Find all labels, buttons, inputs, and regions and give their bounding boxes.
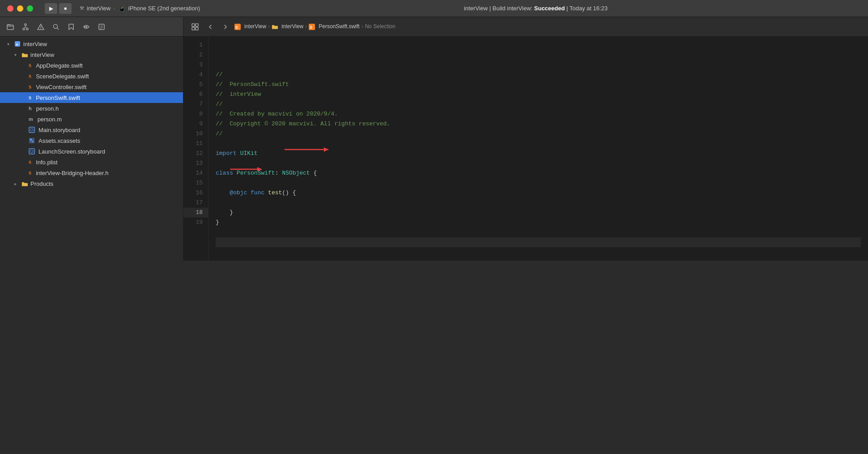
forward-nav-icon[interactable] bbox=[219, 21, 232, 33]
code-line[interactable]: // PersonSwift.swift bbox=[216, 80, 861, 90]
tree-item-bridging-header[interactable]: ▸ S interView-Bridging-Header.h bbox=[0, 167, 183, 178]
breadcrumb-folder[interactable]: interView bbox=[281, 23, 303, 30]
file-item-label-selected: PersonSwift.swift bbox=[36, 94, 80, 101]
source-control-icon[interactable] bbox=[19, 20, 32, 34]
navigator-toolbar bbox=[0, 17, 183, 37]
root-item-label: interView bbox=[23, 41, 47, 47]
editor-area: S interView › interView › S PersonSwift.… bbox=[183, 17, 868, 261]
chevron-down-icon: ▾ bbox=[14, 52, 20, 57]
svg-rect-0 bbox=[7, 25, 13, 30]
swift-file-icon: S bbox=[29, 84, 31, 90]
tree-item-mainstoryboard[interactable]: ▸ Main.storyboard bbox=[0, 124, 183, 135]
titlebar: ▶ ■ ⚒ interView › 📱 iPhone SE (2nd gener… bbox=[0, 0, 868, 17]
svg-rect-19 bbox=[32, 141, 34, 142]
code-line[interactable]: import UIKit bbox=[216, 149, 861, 158]
code-token: UIKit bbox=[240, 149, 258, 158]
line-number: 14 bbox=[183, 168, 208, 178]
status-prefix: interView | Build interView: bbox=[464, 5, 534, 12]
status-suffix: | Today at 16:23 bbox=[565, 5, 608, 12]
code-line[interactable] bbox=[216, 198, 861, 208]
line-number: 1 bbox=[183, 40, 208, 50]
close-button[interactable] bbox=[7, 5, 13, 12]
tree-item-root[interactable]: ▾ A interView bbox=[0, 39, 183, 49]
run-button[interactable]: ▶ bbox=[45, 3, 57, 14]
breadcrumb-selection[interactable]: No Selection bbox=[365, 23, 396, 30]
breadcrumb-file[interactable]: PersonSwift.swift bbox=[319, 23, 359, 30]
folder-navigator-icon[interactable] bbox=[4, 20, 17, 34]
code-line[interactable] bbox=[216, 247, 861, 257]
file-item-label: interView-Bridging-Header.h bbox=[36, 170, 108, 176]
breadcrumb-project[interactable]: interView bbox=[244, 23, 266, 30]
tree-item-assets[interactable]: ▸ Assets.xcassets bbox=[0, 135, 183, 146]
code-token: // Copyright © 2020 macvivi. All rights … bbox=[216, 119, 390, 129]
line-number: 15 bbox=[183, 178, 208, 188]
sidebar: ▾ A interView ▾ interView ▸ bbox=[0, 17, 183, 261]
code-line[interactable] bbox=[216, 237, 861, 247]
code-line[interactable]: } bbox=[216, 208, 861, 218]
plist-file-icon: S bbox=[29, 159, 31, 165]
code-line[interactable]: // bbox=[216, 70, 861, 80]
code-token: : bbox=[275, 168, 282, 178]
code-line[interactable]: } bbox=[216, 218, 861, 227]
grid-view-icon[interactable] bbox=[189, 21, 201, 33]
code-line[interactable]: class PersonSwift: NSObject { bbox=[216, 168, 861, 178]
tree-item-launchscreen[interactable]: ▸ LaunchScreen.storyboard bbox=[0, 146, 183, 157]
line-number: 4 bbox=[183, 70, 208, 80]
line-number: 16 bbox=[183, 188, 208, 198]
line-number: 7 bbox=[183, 99, 208, 109]
breakpoint-icon[interactable] bbox=[80, 20, 93, 34]
tree-item-scenedelegate[interactable]: ▸ S SceneDelegate.swift bbox=[0, 71, 183, 81]
bookmark-icon[interactable] bbox=[64, 20, 78, 34]
back-nav-icon[interactable] bbox=[204, 21, 217, 33]
line-number: 17 bbox=[183, 198, 208, 208]
svg-rect-20 bbox=[29, 149, 34, 154]
code-token: // bbox=[216, 70, 223, 80]
code-line[interactable]: @objc func test() { bbox=[216, 188, 861, 198]
stop-button[interactable]: ■ bbox=[59, 3, 72, 14]
tree-item-viewcontroller[interactable]: ▸ S ViewController.swift bbox=[0, 81, 183, 92]
swift-file-icon: S bbox=[29, 73, 31, 79]
file-item-label: person.h bbox=[36, 105, 59, 112]
group-item-label: interView bbox=[30, 51, 54, 58]
folder-yellow-icon bbox=[21, 51, 28, 58]
warning-icon[interactable] bbox=[34, 20, 47, 34]
device-icon: 📱 bbox=[118, 5, 126, 12]
code-line[interactable]: // interView bbox=[216, 90, 861, 99]
code-line[interactable]: // bbox=[216, 129, 861, 139]
code-line[interactable]: // bbox=[216, 99, 861, 109]
tree-item-products-group[interactable]: ▸ Products bbox=[0, 178, 183, 189]
tree-item-person-m[interactable]: ▸ m person.m bbox=[0, 114, 183, 124]
code-line[interactable] bbox=[216, 178, 861, 188]
tree-item-infoplist[interactable]: ▸ S Info.plist bbox=[0, 157, 183, 167]
breadcrumb-sep-2: › bbox=[305, 23, 307, 30]
breadcrumb-file-icon: S bbox=[309, 23, 315, 30]
code-token: // PersonSwift.swift bbox=[216, 80, 289, 90]
file-tree[interactable]: ▾ A interView ▾ interView ▸ bbox=[0, 37, 183, 261]
tree-item-personswift[interactable]: ▸ S PersonSwift.swift bbox=[0, 92, 183, 103]
code-token: PersonSwift bbox=[237, 168, 275, 178]
svg-point-6 bbox=[54, 24, 58, 28]
file-item-label: AppDelegate.swift bbox=[36, 62, 83, 69]
tree-item-person-h[interactable]: ▸ h person.h bbox=[0, 103, 183, 114]
code-editor[interactable]: 1 2 3 4 5 6 7 8 9 10 11 12 13 14 15 16 1 bbox=[183, 37, 868, 261]
line-number: 2 bbox=[183, 50, 208, 60]
svg-rect-24 bbox=[192, 27, 195, 30]
code-content[interactable]: //// PersonSwift.swift// interView//// C… bbox=[208, 37, 868, 261]
code-line[interactable] bbox=[216, 139, 861, 149]
code-token: () { bbox=[282, 188, 296, 198]
report-icon[interactable] bbox=[95, 20, 108, 34]
line-number: 6 bbox=[183, 90, 208, 99]
tree-item-appdelegate[interactable]: ▸ S AppDelegate.swift bbox=[0, 60, 183, 71]
maximize-button[interactable] bbox=[27, 5, 33, 12]
breadcrumb-sep-1: › bbox=[268, 23, 270, 30]
tree-item-interview-group[interactable]: ▾ interView bbox=[0, 49, 183, 60]
file-item-label: ViewController.swift bbox=[36, 84, 86, 90]
code-token: // bbox=[216, 99, 223, 109]
code-line[interactable]: // Copyright © 2020 macvivi. All rights … bbox=[216, 119, 861, 129]
code-line[interactable]: // Created by macvivi on 2020/9/4. bbox=[216, 109, 861, 119]
code-line[interactable] bbox=[216, 227, 861, 237]
minimize-button[interactable] bbox=[17, 5, 23, 12]
search-icon[interactable] bbox=[49, 20, 63, 34]
scheme-selector[interactable]: ⚒ interView › 📱 iPhone SE (2nd generatio… bbox=[76, 5, 204, 12]
code-line[interactable] bbox=[216, 158, 861, 168]
